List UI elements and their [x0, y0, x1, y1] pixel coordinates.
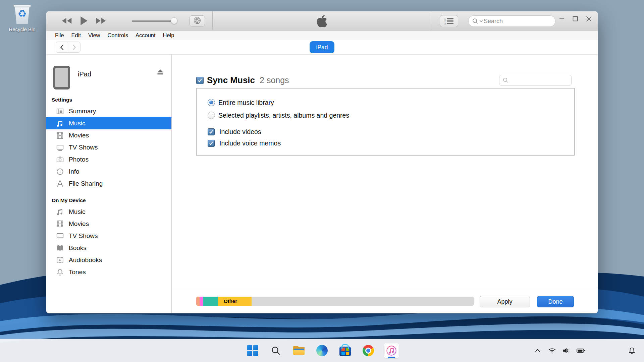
- search-icon: [271, 346, 281, 356]
- film-icon: [55, 131, 64, 139]
- radio-button[interactable]: [208, 99, 215, 106]
- toolbar-divider-right: [432, 11, 432, 30]
- itunes-icon: [385, 344, 398, 357]
- sidebar-item-photos[interactable]: Photos: [46, 154, 171, 166]
- battery-icon[interactable]: [576, 344, 586, 357]
- svg-text:2: 2: [444, 20, 446, 22]
- sidebar-item-tones[interactable]: Tones: [46, 266, 171, 278]
- tray-chevron-up-button[interactable]: [533, 344, 542, 357]
- bell-icon: [55, 268, 64, 276]
- device-tab-ipad[interactable]: iPad: [310, 41, 334, 53]
- toolbar-divider-left: [212, 11, 213, 30]
- close-button[interactable]: [584, 14, 594, 24]
- search-icon: [472, 18, 479, 24]
- menu-file[interactable]: File: [51, 32, 68, 39]
- airplay-button[interactable]: [190, 15, 205, 26]
- sidebar-section-on-my-device: On My Device: [52, 197, 171, 203]
- store-icon: [339, 347, 351, 356]
- ipad-device-icon: [53, 66, 70, 89]
- checkbox-include-videos[interactable]: Include videos: [208, 127, 261, 136]
- capacity-bar: Other: [196, 297, 474, 306]
- eject-icon: [157, 69, 164, 75]
- footer-bar: Other Apply Done: [172, 287, 598, 313]
- edge-button[interactable]: [314, 343, 330, 358]
- forward-button[interactable]: [68, 42, 80, 53]
- capacity-other-label: Other: [218, 298, 237, 304]
- start-button[interactable]: [245, 343, 260, 358]
- sidebar-item-device-movies[interactable]: Movies: [46, 218, 171, 230]
- music-note-icon: [55, 208, 64, 216]
- titlebar-search-field[interactable]: [468, 15, 555, 27]
- sidebar: iPad Settings Sum: [46, 55, 172, 313]
- menu-bar: File Edit View Controls Account Help: [46, 31, 598, 40]
- search-input[interactable]: [484, 18, 552, 25]
- checkbox[interactable]: [208, 128, 215, 135]
- sidebar-section-settings: Settings: [52, 97, 171, 103]
- sidebar-item-books[interactable]: Books: [46, 242, 171, 254]
- volume-slider-knob[interactable]: [171, 17, 177, 24]
- main-content: Sync Music 2 songs Entire music library: [172, 55, 598, 313]
- checkbox-include-voice-memos[interactable]: Include voice memos: [208, 138, 281, 148]
- volume-slider[interactable]: [132, 19, 177, 22]
- up-next-list-button[interactable]: 1 2 3: [440, 15, 458, 27]
- recycle-bin-icon: ♻: [13, 4, 32, 25]
- rewind-button[interactable]: [61, 17, 72, 24]
- folder-icon: [293, 346, 305, 356]
- navigation-bar: iPad: [46, 40, 598, 55]
- camera-icon: [55, 156, 64, 164]
- microsoft-store-button[interactable]: [337, 343, 353, 358]
- sidebar-item-file-sharing[interactable]: File Sharing: [46, 178, 171, 190]
- sidebar-item-device-tv-shows[interactable]: TV Shows: [46, 230, 171, 242]
- back-button[interactable]: [56, 42, 68, 53]
- apply-button[interactable]: Apply: [480, 296, 530, 307]
- sidebar-device-row[interactable]: iPad: [53, 66, 164, 90]
- menu-view[interactable]: View: [85, 32, 104, 39]
- audiobooks-icon: [55, 256, 64, 264]
- file-sharing-icon: [55, 180, 64, 188]
- chevron-down-icon: [479, 20, 483, 22]
- taskbar-search-button[interactable]: [268, 343, 283, 358]
- sidebar-item-tv-shows[interactable]: TV Shows: [46, 141, 171, 154]
- itunes-button[interactable]: [384, 343, 399, 358]
- film-icon: [55, 220, 64, 228]
- tv-icon: [55, 232, 64, 240]
- done-button[interactable]: Done: [537, 296, 574, 307]
- summary-icon: [55, 107, 64, 115]
- device-name: iPad: [78, 70, 91, 90]
- wifi-icon[interactable]: [547, 344, 557, 357]
- file-explorer-button[interactable]: [291, 343, 307, 358]
- minimize-button[interactable]: [557, 14, 567, 24]
- volume-icon[interactable]: [562, 344, 571, 357]
- radio-selected-playlists[interactable]: Selected playlists, artists, albums and …: [208, 111, 349, 120]
- menu-account[interactable]: Account: [132, 32, 159, 39]
- sidebar-item-info[interactable]: Info: [46, 166, 171, 178]
- sidebar-item-audiobooks[interactable]: Audiobooks: [46, 254, 171, 266]
- notifications-bell-icon[interactable]: [627, 344, 637, 357]
- menu-help[interactable]: Help: [159, 32, 178, 39]
- play-button[interactable]: [80, 16, 88, 25]
- chrome-icon: [363, 345, 374, 356]
- sidebar-item-summary[interactable]: Summary: [46, 105, 171, 117]
- capacity-segment-apps: [203, 297, 218, 306]
- svg-text:3: 3: [444, 22, 446, 25]
- sync-music-checkbox[interactable]: [196, 77, 204, 84]
- radio-button[interactable]: [208, 112, 215, 119]
- chrome-button[interactable]: [361, 343, 376, 358]
- recycle-bin-desktop-icon[interactable]: ♻ Recycle Bin: [5, 4, 40, 32]
- sidebar-item-movies[interactable]: Movies: [46, 129, 171, 141]
- sidebar-item-device-music[interactable]: Music: [46, 206, 171, 218]
- fast-forward-button[interactable]: [95, 17, 107, 24]
- content-search-field[interactable]: [499, 75, 572, 86]
- sidebar-item-music[interactable]: Music: [46, 117, 171, 129]
- eject-button[interactable]: [157, 69, 164, 90]
- menu-controls[interactable]: Controls: [104, 32, 132, 39]
- checkbox[interactable]: [208, 140, 215, 147]
- menu-edit[interactable]: Edit: [68, 32, 85, 39]
- capacity-segment-other: Other: [218, 297, 252, 306]
- airplay-icon: [193, 17, 202, 25]
- desktop: ♻ Recycle Bin: [0, 0, 644, 362]
- edge-icon: [316, 345, 328, 356]
- radio-entire-library[interactable]: Entire music library: [208, 98, 274, 107]
- titlebar-toolbar[interactable]: 1 2 3: [46, 11, 598, 31]
- maximize-button[interactable]: [570, 14, 580, 24]
